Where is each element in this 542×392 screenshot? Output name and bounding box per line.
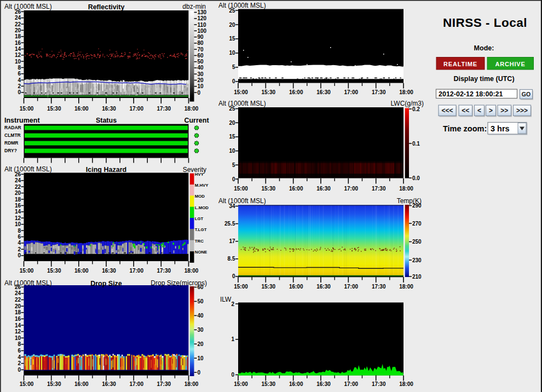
svg-text:Icing Hazard: Icing Hazard — [86, 166, 126, 174]
svg-text:ILW: ILW — [220, 296, 232, 303]
svg-text:HVY: HVY — [195, 172, 204, 177]
svg-text:Drop Size: Drop Size — [90, 280, 122, 287]
svg-text:10: 10 — [198, 355, 204, 361]
svg-text:12: 12 — [15, 52, 21, 58]
svg-text:24: 24 — [15, 177, 21, 183]
svg-text:RADAR: RADAR — [4, 125, 21, 130]
svg-text:120: 120 — [198, 15, 207, 21]
svg-text:16: 16 — [15, 40, 21, 46]
svg-text:10: 10 — [229, 50, 235, 56]
svg-text:30: 30 — [198, 71, 204, 77]
svg-text:24: 24 — [15, 15, 21, 21]
svg-text:16:30: 16:30 — [102, 381, 116, 387]
svg-text:15:30: 15:30 — [262, 186, 276, 192]
svg-text:17:00: 17:00 — [344, 381, 359, 387]
svg-text:2: 2 — [18, 246, 21, 252]
svg-text:20: 20 — [229, 120, 235, 126]
svg-text:18:00: 18:00 — [184, 106, 199, 112]
svg-text:6: 6 — [18, 71, 21, 77]
svg-text:0: 0 — [18, 89, 21, 95]
svg-text:15: 15 — [229, 134, 235, 140]
svg-text:3 hrs: 3 hrs — [491, 124, 510, 133]
svg-text:8.5: 8.5 — [228, 256, 235, 262]
svg-text:Status: Status — [96, 117, 117, 124]
svg-text:230: 230 — [412, 257, 422, 263]
svg-text:50: 50 — [198, 298, 204, 304]
svg-text:17:00: 17:00 — [129, 268, 143, 274]
svg-text:0.1: 0.1 — [412, 141, 420, 147]
svg-text:22: 22 — [15, 184, 21, 190]
svg-text:40: 40 — [198, 65, 204, 71]
svg-text:Display time (UTC): Display time (UTC) — [453, 75, 514, 83]
svg-text:<<<: <<< — [441, 107, 453, 114]
svg-text:20: 20 — [198, 341, 204, 347]
svg-text:15:00: 15:00 — [20, 381, 34, 387]
svg-text:8: 8 — [18, 228, 21, 234]
svg-text:15:30: 15:30 — [262, 381, 276, 387]
svg-text:15:30: 15:30 — [47, 106, 61, 112]
svg-text:210: 210 — [412, 274, 422, 280]
svg-text:0: 0 — [18, 367, 21, 373]
svg-text:5: 5 — [232, 64, 235, 70]
svg-text:16:00: 16:00 — [289, 381, 303, 387]
svg-text:16: 16 — [15, 316, 21, 322]
svg-text:0: 0 — [198, 370, 201, 376]
svg-text:16:00: 16:00 — [289, 89, 303, 95]
svg-text:T.LGT: T.LGT — [195, 227, 207, 232]
svg-text:10: 10 — [229, 148, 235, 154]
svg-text:4: 4 — [18, 77, 21, 83]
svg-text:16:30: 16:30 — [102, 106, 116, 112]
svg-text:0: 0 — [232, 273, 235, 279]
svg-text:16:00: 16:00 — [74, 381, 89, 387]
svg-text:17:30: 17:30 — [157, 106, 171, 112]
svg-text:10: 10 — [198, 83, 204, 89]
svg-text:Reflectivity: Reflectivity — [88, 3, 125, 11]
svg-text:Alt (1000ft MSL): Alt (1000ft MSL) — [218, 197, 266, 205]
svg-text:M.HVY: M.HVY — [195, 183, 209, 188]
svg-text:16:00: 16:00 — [289, 186, 303, 192]
svg-text:MOD: MOD — [195, 194, 205, 199]
svg-text:10: 10 — [15, 221, 21, 227]
svg-text:24: 24 — [15, 290, 21, 296]
svg-text:17: 17 — [229, 238, 235, 244]
svg-text:>>>: >>> — [516, 107, 528, 114]
svg-text:16:00: 16:00 — [289, 284, 303, 290]
svg-text:250: 250 — [412, 239, 422, 245]
svg-text:16: 16 — [15, 203, 21, 209]
svg-text:17:00: 17:00 — [129, 381, 143, 387]
svg-text:6: 6 — [18, 234, 21, 240]
svg-text:Mode:: Mode: — [474, 44, 494, 52]
svg-text:25.5: 25.5 — [224, 221, 235, 227]
svg-text:8: 8 — [18, 341, 21, 347]
svg-text:18: 18 — [15, 33, 21, 39]
svg-text:TRC: TRC — [195, 239, 204, 244]
svg-text:16:30: 16:30 — [316, 89, 331, 95]
svg-text:18:00: 18:00 — [399, 89, 413, 95]
svg-text:15:00: 15:00 — [234, 284, 248, 290]
svg-text:15:00: 15:00 — [20, 268, 34, 274]
svg-text:110: 110 — [198, 22, 207, 28]
svg-text:0: 0 — [198, 90, 201, 96]
svg-text:16:30: 16:30 — [316, 186, 331, 192]
svg-text:15:30: 15:30 — [262, 284, 276, 290]
svg-text:40: 40 — [198, 313, 204, 319]
svg-text:17:30: 17:30 — [372, 381, 386, 387]
svg-text:270: 270 — [412, 221, 422, 227]
svg-text:<: < — [477, 107, 481, 114]
svg-text:2: 2 — [18, 83, 21, 89]
svg-text:20: 20 — [15, 303, 21, 309]
svg-text:10: 10 — [15, 335, 21, 341]
svg-text:Current: Current — [184, 117, 209, 124]
svg-text:16:30: 16:30 — [316, 381, 331, 387]
svg-text:18:00: 18:00 — [399, 186, 413, 192]
svg-text:70: 70 — [198, 47, 204, 53]
svg-text:0: 0 — [232, 78, 235, 84]
svg-text:16:30: 16:30 — [316, 284, 331, 290]
svg-text:2012-02-12 18:00:21: 2012-02-12 18:00:21 — [439, 90, 503, 98]
svg-text:130: 130 — [198, 9, 207, 15]
svg-text:100: 100 — [198, 28, 207, 34]
svg-text:17:30: 17:30 — [372, 186, 386, 192]
svg-text:REALTIME: REALTIME — [443, 61, 477, 67]
svg-text:12: 12 — [15, 328, 21, 335]
svg-text:0.0: 0.0 — [412, 175, 420, 181]
